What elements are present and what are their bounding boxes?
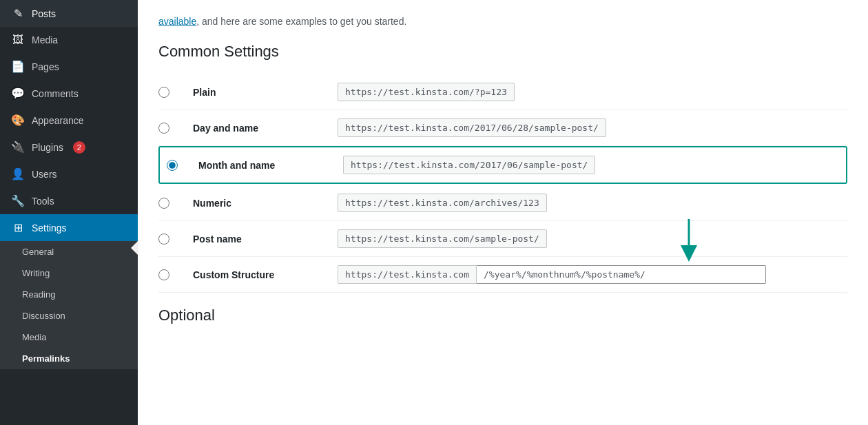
- label-custom: Custom Structure: [186, 269, 338, 280]
- intro-link[interactable]: available: [158, 16, 196, 27]
- submenu-general[interactable]: General: [0, 241, 138, 262]
- month-name-row-inner: Month and name https://test.kinsta.com/2…: [160, 147, 846, 183]
- submenu-media[interactable]: Media: [0, 326, 138, 348]
- radio-numeric[interactable]: [158, 198, 169, 209]
- label-plain: Plain: [186, 87, 338, 98]
- settings-icon: ⊞: [11, 221, 25, 234]
- settings-active-arrow: [131, 241, 138, 255]
- sidebar-item-tools[interactable]: 🔧 Tools: [0, 187, 138, 214]
- radio-post-name[interactable]: [158, 234, 169, 245]
- url-plain: https://test.kinsta.com/?p=123: [338, 83, 515, 101]
- sidebar-item-pages[interactable]: 📄 Pages: [0, 53, 138, 80]
- label-day-name: Day and name: [186, 123, 338, 134]
- sidebar-item-plugins[interactable]: 🔌 Plugins 2: [0, 134, 138, 160]
- common-settings-title: Common Settings: [158, 43, 847, 61]
- url-display-post-name: https://test.kinsta.com/sample-post/: [338, 229, 547, 248]
- comments-icon: 💬: [11, 87, 25, 100]
- permalink-option-custom: Custom Structure https://test.kinsta.com: [158, 257, 847, 293]
- label-numeric: Numeric: [186, 198, 338, 209]
- permalink-option-day-name: Day and name https://test.kinsta.com/201…: [158, 110, 847, 146]
- teal-arrow-custom: [668, 216, 710, 264]
- url-post-name: https://test.kinsta.com/sample-post/: [338, 229, 547, 248]
- sidebar: ✎ Posts 🖼 Media 📄 Pages 💬 Comments 🎨 App…: [0, 0, 138, 425]
- main-content: available, and here are some examples to…: [138, 0, 868, 425]
- radio-day-name[interactable]: [158, 123, 169, 134]
- label-post-name: Post name: [186, 234, 338, 245]
- sidebar-item-comments[interactable]: 💬 Comments: [0, 80, 138, 107]
- radio-custom[interactable]: [158, 269, 169, 280]
- submenu-permalinks[interactable]: Permalinks: [0, 348, 138, 369]
- url-display-numeric: https://test.kinsta.com/archives/123: [338, 194, 547, 212]
- url-display-plain: https://test.kinsta.com/?p=123: [338, 83, 515, 101]
- url-display-month-name: https://test.kinsta.com/2017/06/sample-p…: [343, 156, 595, 174]
- sidebar-item-posts[interactable]: ✎ Posts: [0, 0, 138, 27]
- sidebar-item-media[interactable]: 🖼 Media: [0, 27, 138, 53]
- submenu-reading[interactable]: Reading: [0, 284, 138, 305]
- media-icon: 🖼: [11, 34, 25, 46]
- optional-title: Optional: [158, 307, 847, 324]
- users-icon: 👤: [11, 167, 25, 180]
- url-day-name: https://test.kinsta.com/2017/06/28/sampl…: [338, 118, 606, 137]
- radio-plain[interactable]: [158, 87, 169, 98]
- url-numeric: https://test.kinsta.com/archives/123: [338, 194, 547, 212]
- plugins-badge: 2: [73, 141, 85, 154]
- pages-icon: 📄: [11, 60, 25, 73]
- permalink-option-month-name: Month and name https://test.kinsta.com/2…: [158, 146, 847, 184]
- plugins-icon: 🔌: [11, 141, 25, 154]
- custom-url-input[interactable]: [477, 265, 766, 284]
- url-month-name: https://test.kinsta.com/2017/06/sample-p…: [343, 156, 595, 174]
- settings-submenu: General Writing Reading Discussion Media…: [0, 241, 138, 369]
- permalink-option-plain: Plain https://test.kinsta.com/?p=123: [158, 74, 847, 110]
- teal-arrow-sidebar: [0, 338, 3, 376]
- appearance-icon: 🎨: [11, 114, 25, 127]
- submenu-writing[interactable]: Writing: [0, 262, 138, 284]
- url-prefix-custom: https://test.kinsta.com: [338, 265, 477, 284]
- label-month-name: Month and name: [192, 160, 343, 171]
- posts-icon: ✎: [11, 7, 25, 20]
- custom-url-group: https://test.kinsta.com: [338, 265, 766, 284]
- sidebar-item-settings[interactable]: ⊞ Settings: [0, 214, 138, 241]
- tools-icon: 🔧: [11, 194, 25, 207]
- permalink-option-post-name: Post name https://test.kinsta.com/sample…: [158, 221, 847, 257]
- radio-month-name[interactable]: [167, 160, 178, 171]
- permalink-option-numeric: Numeric https://test.kinsta.com/archives…: [158, 185, 847, 221]
- submenu-discussion[interactable]: Discussion: [0, 305, 138, 326]
- url-display-day-name: https://test.kinsta.com/2017/06/28/sampl…: [338, 118, 606, 137]
- intro-paragraph: available, and here are some examples to…: [158, 14, 847, 29]
- sidebar-item-users[interactable]: 👤 Users: [0, 160, 138, 187]
- sidebar-item-appearance[interactable]: 🎨 Appearance: [0, 107, 138, 134]
